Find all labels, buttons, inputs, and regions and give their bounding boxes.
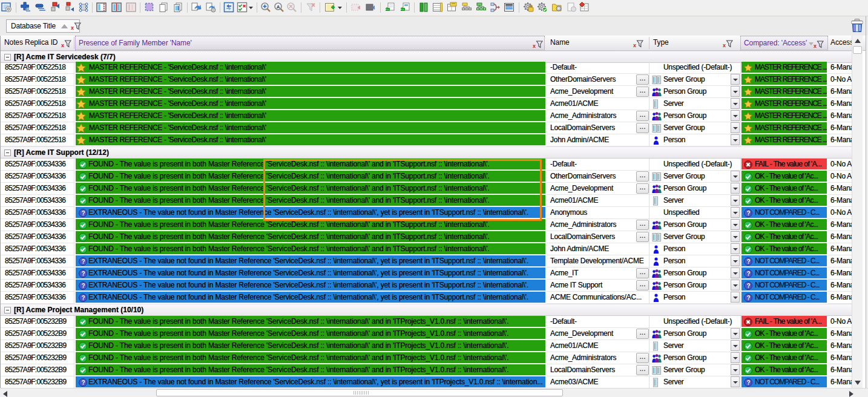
svg-text:x: x (723, 42, 726, 48)
svg-text:?: ? (81, 283, 85, 289)
svg-text:?: ? (746, 258, 750, 265)
svg-text:x: x (814, 43, 817, 49)
svg-text:?: ? (746, 379, 750, 386)
svg-text:x: x (71, 25, 74, 31)
svg-text:?: ? (746, 295, 750, 301)
svg-text:?: ? (746, 210, 750, 217)
svg-text:?: ? (81, 271, 85, 277)
svg-text:?: ? (81, 295, 85, 301)
svg-text:?: ? (81, 210, 85, 217)
svg-text:A: A (277, 4, 280, 10)
svg-text:?: ? (746, 283, 750, 289)
svg-text:?: ? (81, 258, 85, 265)
svg-text:x: x (633, 42, 636, 48)
svg-text:?: ? (746, 271, 750, 277)
svg-text:x: x (533, 43, 536, 49)
svg-text:x: x (61, 42, 64, 48)
svg-text:?: ? (81, 379, 85, 386)
